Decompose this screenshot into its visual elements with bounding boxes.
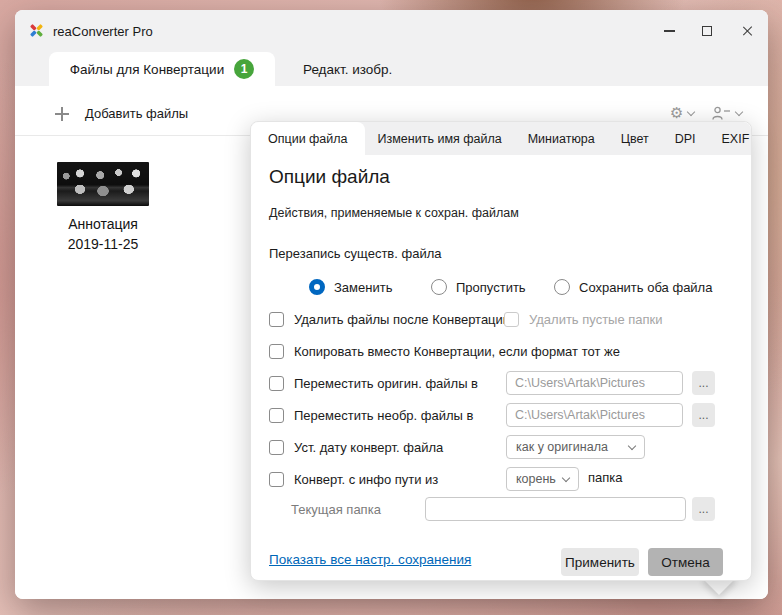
panel-tab-color[interactable]: Цвет — [608, 122, 662, 155]
tab-edit-label: Редакт. изобр. — [303, 62, 392, 77]
overwrite-radio-row: Заменить Пропустить Сохранить оба файла — [269, 274, 733, 300]
file-options-panel: Опции файла Изменить имя файла Миниатюра… — [250, 121, 752, 581]
show-all-settings-link[interactable]: Показать все настр. сохранения — [269, 552, 471, 567]
radio-replace[interactable]: Заменить — [309, 279, 392, 295]
set-date-row: Уст. дату конверт. файла как у оригинала — [269, 434, 733, 460]
user-icon — [712, 106, 731, 121]
minimize-icon — [664, 30, 675, 31]
overwrite-section-label: Перезапись существ. файла — [269, 246, 442, 261]
maximize-button[interactable] — [690, 18, 724, 44]
panel-tab-bar: Опции файла Изменить имя файла Миниатюра… — [251, 122, 751, 155]
path-info-label[interactable]: Конверт. с инфо пути из — [294, 472, 438, 487]
tab-files-for-conversion[interactable]: Файлы для Конвертации 1 — [49, 52, 275, 86]
set-date-label[interactable]: Уст. дату конверт. файла — [294, 440, 443, 455]
radio-icon — [554, 279, 570, 295]
current-folder-label: Текущая папка — [291, 502, 381, 517]
add-files-button[interactable]: Добавить файлы — [55, 106, 188, 121]
path-suffix-label: папка — [588, 470, 623, 485]
cancel-button[interactable]: Отмена — [648, 548, 723, 576]
close-button[interactable] — [730, 18, 764, 44]
file-name: Аннотация — [57, 214, 149, 234]
tab-files-label: Файлы для Конвертации — [70, 62, 224, 77]
chevron-down-icon — [628, 441, 636, 449]
titlebar: reaConverter Pro — [15, 10, 768, 52]
minimize-button[interactable] — [652, 18, 686, 44]
panel-tab-rename[interactable]: Изменить имя файла — [365, 122, 515, 155]
move-unprocessed-row: Переместить необр. файлы в ... — [269, 402, 733, 428]
chevron-down-icon — [735, 108, 743, 116]
apply-button[interactable]: Применить — [561, 548, 639, 576]
main-tab-bar: Файлы для Конвертации 1 Редакт. изобр. — [15, 52, 768, 86]
add-files-label: Добавить файлы — [85, 106, 188, 121]
panel-tab-dpi[interactable]: DPI — [662, 122, 709, 155]
app-window: reaConverter Pro Файлы для Конвертации 1… — [15, 10, 768, 599]
panel-tab-exif[interactable]: EXIF — [709, 122, 763, 155]
delete-files-row: Удалить файлы после Конвертации Удалить … — [269, 306, 733, 332]
radio-keep-both[interactable]: Сохранить оба файла — [554, 279, 712, 295]
maximize-icon — [702, 26, 712, 36]
move-originals-label[interactable]: Переместить оригин. файлы в — [294, 376, 478, 391]
radio-selected-icon — [309, 279, 325, 295]
delete-empty-folders-label: Удалить пустые папки — [529, 312, 663, 327]
file-list-item[interactable]: Аннотация 2019-11-25 — [57, 162, 149, 254]
current-folder-row: Текущая папка ... — [269, 496, 733, 522]
checkbox-copy-instead[interactable] — [269, 344, 284, 359]
radio-icon — [431, 279, 447, 295]
user-dropdown[interactable] — [712, 106, 742, 121]
delete-after-label[interactable]: Удалить файлы после Конвертации — [294, 312, 510, 327]
window-title: reaConverter Pro — [53, 24, 153, 39]
date-option-select[interactable]: как у оригинала — [506, 435, 645, 459]
app-logo-icon — [28, 22, 45, 39]
list-settings-dropdown[interactable]: ⚙ — [670, 106, 694, 121]
copy-instead-row: Копировать вместо Конвертации, если форм… — [269, 338, 733, 364]
panel-subtitle: Действия, применяемые к сохран. файлам — [269, 206, 519, 220]
checkbox-move-unprocessed[interactable] — [269, 408, 284, 423]
browse-button[interactable]: ... — [692, 371, 715, 395]
browse-button[interactable]: ... — [692, 403, 715, 427]
checkbox-delete-after[interactable] — [269, 312, 284, 327]
chevron-down-icon — [562, 473, 570, 481]
move-originals-row: Переместить оригин. файлы в ... — [269, 370, 733, 396]
plus-icon — [55, 107, 69, 121]
path-root-select[interactable]: корень — [506, 467, 579, 491]
path-info-row: Конверт. с инфо пути из корень папка — [269, 466, 733, 492]
panel-tab-thumbnail[interactable]: Миниатюра — [515, 122, 608, 155]
current-folder-input[interactable] — [425, 497, 686, 521]
file-count-badge: 1 — [234, 59, 254, 79]
radio-skip[interactable]: Пропустить — [431, 279, 526, 295]
chevron-down-icon — [687, 108, 695, 116]
browse-button[interactable]: ... — [692, 497, 715, 521]
move-originals-path-input[interactable] — [506, 371, 683, 395]
panel-tab-file-options[interactable]: Опции файла — [251, 122, 365, 155]
move-unprocessed-path-input[interactable] — [506, 403, 683, 427]
close-icon — [741, 25, 753, 37]
copy-instead-label[interactable]: Копировать вместо Конвертации, если форм… — [294, 344, 620, 359]
file-thumbnail — [57, 162, 149, 206]
gear-icon: ⚙ — [670, 106, 683, 121]
file-date: 2019-11-25 — [57, 234, 149, 254]
checkbox-delete-empty-folders[interactable] — [504, 312, 519, 327]
tab-edit-images[interactable]: Редакт. изобр. — [293, 52, 402, 86]
panel-title: Опции файла — [269, 166, 390, 188]
move-unprocessed-label[interactable]: Переместить необр. файлы в — [294, 408, 473, 423]
checkbox-path-info[interactable] — [269, 472, 284, 487]
checkbox-set-date[interactable] — [269, 440, 284, 455]
checkbox-move-originals[interactable] — [269, 376, 284, 391]
